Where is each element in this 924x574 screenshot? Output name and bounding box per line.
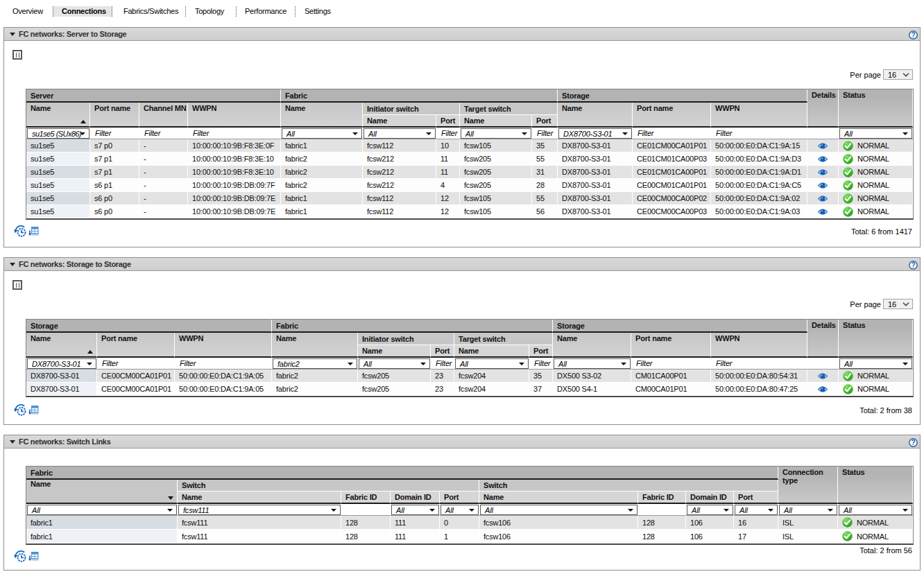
svg-text:?: ? [912,31,916,39]
svg-text:?: ? [912,261,916,269]
svg-text:?: ? [912,439,916,446]
